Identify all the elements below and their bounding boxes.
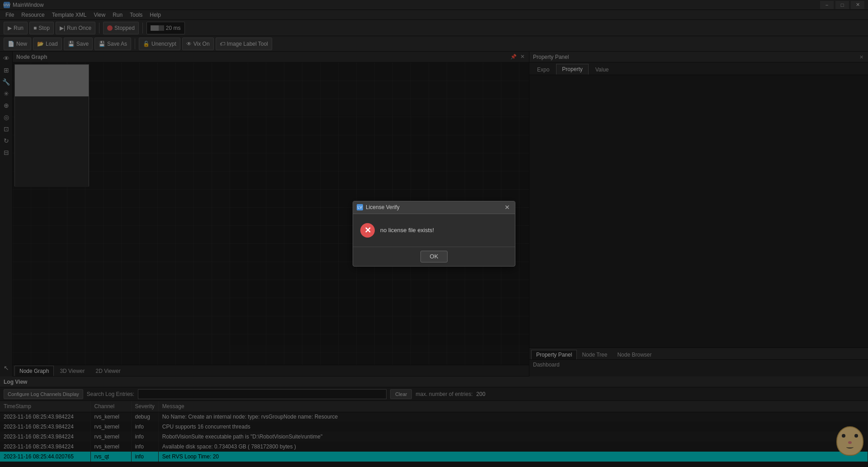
modal-content: ✕ no license file exists! (353, 214, 515, 247)
modal-close-button[interactable]: ✕ (503, 203, 511, 211)
modal-titlebar: LV License Verify ✕ (353, 201, 515, 214)
error-icon: ✕ (360, 223, 375, 238)
modal-overlay[interactable]: LV License Verify ✕ ✕ no license file ex… (0, 0, 868, 467)
license-verify-dialog: LV License Verify ✕ ✕ no license file ex… (353, 201, 515, 267)
modal-app-icon: LV (357, 204, 363, 210)
modal-footer: OK (353, 247, 515, 266)
modal-message: no license file exists! (380, 227, 434, 234)
modal-title-left: LV License Verify (357, 204, 400, 210)
modal-title: License Verify (366, 204, 400, 210)
modal-ok-button[interactable]: OK (420, 251, 448, 262)
